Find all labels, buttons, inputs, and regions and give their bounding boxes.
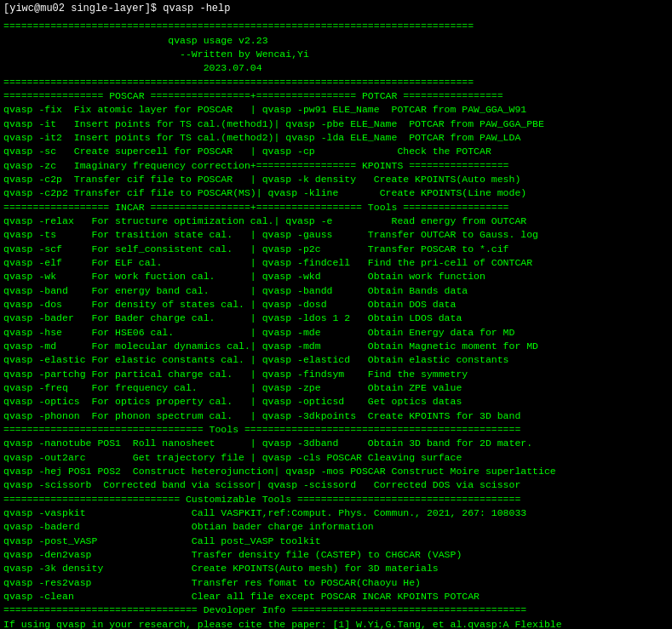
terminal-line: ================= POSCAR ===============… (3, 89, 669, 103)
terminal-line: qvasp -hej POS1 POS2 Construct heterojun… (3, 465, 669, 478)
terminal-line: qvasp -partchg For partical charge cal. … (3, 368, 669, 381)
terminal-line: qvasp -phonon For phonon spectrum cal. |… (3, 409, 669, 423)
terminal: [yiwc@mu02 single-layer]$ qvasp -help ==… (0, 0, 672, 629)
terminal-line: qvasp -band For energy band cal. | qvasp… (3, 284, 669, 298)
terminal-line: ================== INCAR ===============… (3, 201, 669, 214)
terminal-line: qvasp -post_VASP Call post_VASP toolkit (3, 535, 669, 548)
terminal-line: 2023.07.04 (3, 61, 669, 75)
terminal-line: ============================== Customiza… (3, 493, 669, 506)
terminal-line: qvasp -c2p2 Transfer cif file to POSCAR(… (3, 186, 669, 200)
terminal-line: ================================== Tools… (3, 423, 669, 437)
terminal-line: qvasp -it2 Insert points for TS cal.(met… (3, 131, 669, 145)
terminal-line: ========================================… (3, 76, 669, 89)
terminal-line: ========================================… (3, 20, 669, 33)
terminal-line: qvasp -sc Create supercell for POSCAR | … (3, 145, 669, 158)
terminal-line: qvasp -elf For ELF cal. | qvasp -findcel… (3, 256, 669, 270)
terminal-line: qvasp -dos For density of states cal. | … (3, 298, 669, 312)
terminal-line: qvasp -freq For frequency cal. | qvasp -… (3, 381, 669, 395)
terminal-line: qvasp -zc Imaginary frequency correction… (3, 159, 669, 173)
title-bar: [yiwc@mu02 single-layer]$ qvasp -help (0, 0, 672, 18)
terminal-line: qvasp -hse For HSE06 cal. | qvasp -mde O… (3, 326, 669, 340)
terminal-line: qvasp -out2arc Get trajectory file | qva… (3, 451, 669, 465)
terminal-line: qvasp -den2vasp Trasfer density file (CA… (3, 548, 669, 562)
terminal-line: qvasp -elastic For elastic constants cal… (3, 353, 669, 367)
terminal-line: qvasp -relax For structure optimization … (3, 214, 669, 228)
terminal-content: ========================================… (0, 18, 672, 629)
terminal-line: qvasp -scf For self_consistent cal. | qv… (3, 243, 669, 256)
terminal-line: qvasp -ts For trasition state cal. | qva… (3, 228, 669, 242)
terminal-line: qvasp -md For molecular dynamics cal.| q… (3, 340, 669, 353)
terminal-line: qvasp -vaspkit Call VASPKIT,ref:Comput. … (3, 506, 669, 520)
terminal-line: qvasp -optics For optics property cal. |… (3, 395, 669, 409)
terminal-line: --Written by Wencai,Yi (3, 48, 669, 61)
terminal-line: qvasp -scissorb Corrected band via sciss… (3, 478, 669, 492)
terminal-line: If using qvasp in your research, please … (3, 618, 669, 630)
terminal-line: qvasp -clean Clear all file except POSCA… (3, 590, 669, 603)
terminal-line: ================================= Devolo… (3, 603, 669, 617)
terminal-line: qvasp -wk For work fuction cal. | qvasp … (3, 270, 669, 283)
terminal-line: qvasp usage v2.23 (3, 34, 669, 48)
terminal-line: qvasp -fix Fix atomic layer for POSCAR |… (3, 103, 669, 117)
terminal-line: qvasp -c2p Transfer cif file to POSCAR |… (3, 173, 669, 186)
terminal-line: qvasp -nanotube POS1 Roll nanosheet | qv… (3, 437, 669, 450)
terminal-line: qvasp -it Insert points for TS cal.(meth… (3, 117, 669, 131)
terminal-line: qvasp -bader For Bader charge cal. | qva… (3, 312, 669, 325)
terminal-line: qvasp -3k density Create KPOINTS(Auto me… (3, 562, 669, 575)
terminal-line: qvasp -res2vasp Transfer res fomat to PO… (3, 576, 669, 590)
terminal-line: qvasp -baderd Obtian bader charge inform… (3, 520, 669, 534)
